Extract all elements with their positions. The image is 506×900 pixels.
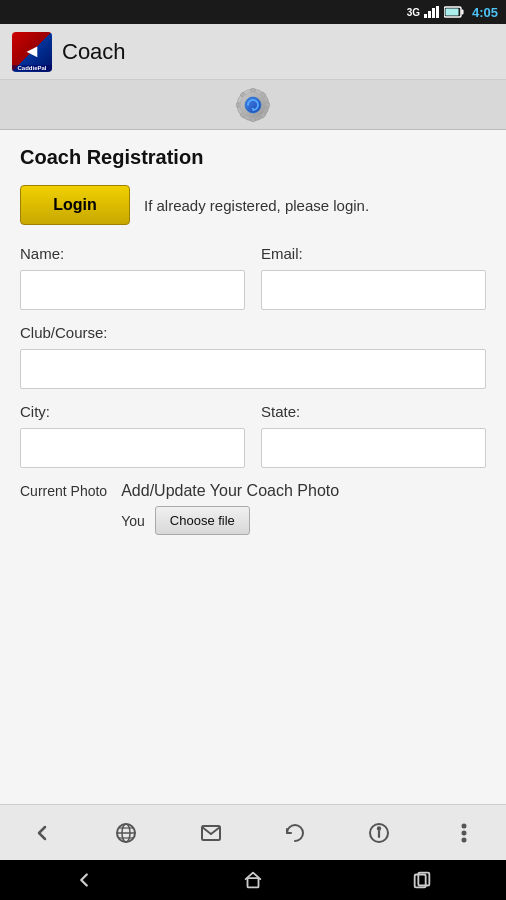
bottom-nav	[0, 804, 506, 860]
gear-icon[interactable]	[234, 86, 272, 124]
logo-text: CaddiePal	[12, 65, 52, 71]
back-nav-button[interactable]	[24, 815, 60, 851]
city-field-group: City:	[20, 403, 245, 468]
club-course-label: Club/Course:	[20, 324, 486, 341]
status-time: 4:05	[472, 5, 498, 20]
name-email-row: Name: Email:	[20, 245, 486, 310]
status-bar: 3G 4:05	[0, 0, 506, 24]
club-course-input[interactable]	[20, 349, 486, 389]
svg-point-29	[462, 831, 465, 834]
main-content: Coach Registration Login If already regi…	[0, 130, 506, 804]
logo-arrow: ◄	[23, 41, 41, 62]
login-description: If already registered, please login.	[144, 195, 486, 216]
page-title: Coach Registration	[20, 146, 486, 169]
android-back-icon	[73, 869, 95, 891]
mail-nav-button[interactable]	[193, 815, 229, 851]
toolbar	[0, 80, 506, 130]
android-recents-button[interactable]	[404, 862, 440, 898]
svg-point-28	[462, 824, 465, 827]
globe-icon	[114, 821, 138, 845]
name-field-group: Name:	[20, 245, 245, 310]
svg-rect-6	[445, 9, 458, 16]
svg-rect-2	[432, 8, 435, 18]
globe-nav-button[interactable]	[108, 815, 144, 851]
app-title: Coach	[62, 39, 126, 65]
svg-point-30	[462, 838, 465, 841]
more-nav-button[interactable]	[446, 815, 482, 851]
you-label: You	[121, 513, 145, 529]
battery-icon	[444, 6, 464, 18]
club-course-row: Club/Course:	[20, 324, 486, 389]
android-back-button[interactable]	[66, 862, 102, 898]
svg-rect-31	[247, 878, 258, 887]
signal-bars-icon	[424, 6, 440, 18]
name-label: Name:	[20, 245, 245, 262]
android-recents-icon	[411, 869, 433, 891]
android-home-button[interactable]	[235, 862, 271, 898]
city-state-row: City: State:	[20, 403, 486, 468]
signal-indicator: 3G	[407, 7, 420, 18]
state-label: State:	[261, 403, 486, 420]
city-label: City:	[20, 403, 245, 420]
app-header: ◄ CaddiePal Coach	[0, 24, 506, 80]
more-icon	[452, 821, 476, 845]
name-input[interactable]	[20, 270, 245, 310]
info-nav-button[interactable]	[361, 815, 397, 851]
email-field-group: Email:	[261, 245, 486, 310]
login-row: Login If already registered, please logi…	[20, 185, 486, 225]
email-label: Email:	[261, 245, 486, 262]
android-nav-bar	[0, 860, 506, 900]
login-button[interactable]: Login	[20, 185, 130, 225]
svg-rect-3	[436, 6, 439, 18]
choose-file-button[interactable]: Choose file	[155, 506, 250, 535]
gear-svg	[235, 87, 271, 123]
photo-section: Current Photo Add/Update Your Coach Phot…	[20, 482, 486, 535]
app-logo: ◄ CaddiePal	[12, 32, 52, 72]
svg-rect-1	[428, 11, 431, 18]
city-input[interactable]	[20, 428, 245, 468]
back-icon	[30, 821, 54, 845]
svg-rect-5	[461, 10, 463, 15]
refresh-icon	[283, 821, 307, 845]
refresh-nav-button[interactable]	[277, 815, 313, 851]
club-course-field-group: Club/Course:	[20, 324, 486, 389]
svg-point-27	[378, 827, 380, 829]
email-input[interactable]	[261, 270, 486, 310]
photo-content: Add/Update Your Coach Photo You Choose f…	[121, 482, 486, 535]
state-input[interactable]	[261, 428, 486, 468]
current-photo-label: Current Photo	[20, 482, 107, 500]
android-home-icon	[242, 869, 264, 891]
add-update-label: Add/Update Your Coach Photo	[121, 482, 486, 500]
photo-label-col: Current Photo	[20, 482, 107, 500]
state-field-group: State:	[261, 403, 486, 468]
info-icon	[367, 821, 391, 845]
mail-icon	[199, 821, 223, 845]
svg-rect-0	[424, 14, 427, 18]
